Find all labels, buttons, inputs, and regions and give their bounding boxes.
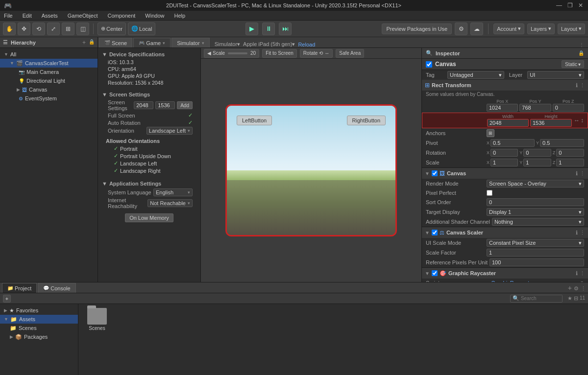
autorotation-checkbox[interactable]: ✓ [188,119,193,126]
restore-button[interactable]: ❐ [566,2,573,9]
tab-scene[interactable]: 🎬 Scene [99,38,132,47]
resize-h-icon[interactable]: ↔ [574,117,580,124]
menu-edit[interactable]: Edit [21,13,34,19]
safe-area-button[interactable]: Safe Area [336,49,364,58]
favorite-icon[interactable]: ★ [567,295,572,302]
sidebar-item-assets[interactable]: ▼ 📁 Assets [0,315,78,324]
tool-move[interactable]: ✥ [18,23,30,35]
shader-channel-dropdown[interactable]: Nothing ▾ [492,218,584,226]
pivot-toggle[interactable]: ⊕ Center [98,23,126,35]
play-button[interactable]: ▶ [245,23,258,35]
hier-item-maincamera[interactable]: 📷 Main Camera [0,68,98,76]
target-display-dropdown[interactable]: Display 1 ▾ [487,208,584,216]
tab-console[interactable]: 💬 Console [38,283,75,293]
tab-simulator[interactable]: Simulator ▾ [172,38,209,47]
ui-scale-dropdown[interactable]: Constant Pixel Size ▾ [487,239,584,247]
bottom-overflow-icon[interactable]: ⋮ [581,285,586,292]
canvas-comp-active[interactable] [432,170,438,176]
syslang-dropdown[interactable]: English ▾ [153,188,193,196]
layer-select[interactable]: UI ▾ [527,71,584,79]
anchor-icon[interactable]: ⊞ [487,129,494,137]
pivot-x-input[interactable] [490,139,535,147]
search-input[interactable] [521,296,560,301]
collab-icon[interactable]: ☁ [470,23,483,35]
close-button[interactable]: ✕ [577,2,584,9]
screen-settings-header[interactable]: ▼ Screen Settings [102,90,196,99]
info-icon[interactable]: ℹ [576,82,578,89]
menu-help[interactable]: Help [172,13,187,19]
tab-overflow-menu[interactable]: ⋮ [579,42,587,47]
orientation-dropdown[interactable]: Landscape Left ▾ [147,127,193,135]
tag-select[interactable]: Untagged ▾ [447,71,504,79]
sidebar-item-favorites[interactable]: ▶ ★ Favorites [0,306,78,315]
pixel-perfect-checkbox[interactable] [487,190,492,196]
rot-y-input[interactable] [523,149,551,157]
hier-item-canvas[interactable]: ▶ 🖼 Canvas [0,85,98,94]
right-button[interactable]: RightButton [347,116,386,125]
landscape-right-check[interactable]: ✓ [114,167,118,174]
scale-factor-input[interactable] [487,249,584,257]
sidebar-item-packages[interactable]: ▶ 📦 Packages [0,332,78,341]
inspector-lock-icon[interactable]: 🔒 [578,50,584,56]
hier-item-all[interactable]: ▼ All [0,50,98,59]
pause-button[interactable]: ⏸ [262,23,275,35]
tab-game[interactable]: 🎮 Game ▾ [133,38,171,47]
rect-transform-header[interactable]: ⊞ Rect Transform ℹ ⋮ [422,80,588,91]
render-mode-dropdown[interactable]: Screen Space - Overlay ▾ [487,180,584,188]
account-dropdown[interactable]: Account ▾ [493,23,524,34]
hier-item-eventsystem[interactable]: ⚙ EventSystem [0,94,98,103]
resolution-w-input[interactable]: 2048 [134,101,153,109]
canvas-scaler-header[interactable]: ▼ ⚖ Canvas Scaler ℹ ⋮ [422,227,588,238]
scale-z-input[interactable] [556,159,584,166]
device-specs-header[interactable]: ▼ Device Specifications [102,50,196,59]
left-button[interactable]: LeftButton [237,116,272,125]
scale-slider[interactable] [228,52,247,54]
tool-rect[interactable]: ⊞ [62,23,74,35]
hierarchy-lock-icon[interactable]: 🔒 [89,39,95,46]
low-memory-button[interactable]: On Low Memory [125,213,173,222]
hier-item-canvasscalertest[interactable]: ▼ 🎬 CanvasScalerTest [0,59,98,68]
pos-z-input[interactable] [553,104,584,112]
app-settings-header[interactable]: ▼ Application Settings [102,179,196,188]
tab-project[interactable]: 📁 Project [2,283,37,293]
graphic-raycaster-active[interactable] [432,270,438,276]
new-folder-button[interactable]: + [3,295,11,303]
bottom-add-btn[interactable]: + [568,284,572,292]
minimize-button[interactable]: — [556,2,563,9]
bottom-settings-icon[interactable]: ⚙ [574,285,579,292]
rot-z-input[interactable] [556,149,584,157]
portrait-check[interactable]: ✓ [114,145,118,152]
preview-packages-button[interactable]: Preview Packages in Use [382,23,452,34]
cloud-icon[interactable]: ⚙ [455,23,467,35]
info-icon[interactable]: ℹ [576,170,578,177]
static-button[interactable]: Static ▾ [562,60,584,68]
tool-scale[interactable]: ⤢ [47,23,60,35]
pos-x-input[interactable] [487,104,518,112]
hierarchy-add-button[interactable]: + [82,39,86,46]
landscape-left-check[interactable]: ✓ [114,160,118,166]
info-icon[interactable]: ℹ [576,270,578,277]
scale-y-input[interactable] [523,159,551,166]
sidebar-item-scenes[interactable]: 📁 Scenes [0,324,78,332]
rotate-button[interactable]: Rotate ⟲ ↔ [300,49,333,58]
menu-component[interactable]: Component [105,13,137,19]
pos-y-input[interactable] [519,104,551,112]
menu-gameobject[interactable]: GameObject [66,13,100,19]
hier-item-dirlight[interactable]: 💡 Directional Light [0,76,98,85]
settings-icon[interactable]: ⋮ [580,82,585,89]
sort-order-input[interactable] [487,198,584,206]
settings-icon[interactable]: ⋮ [580,230,585,236]
layout-dropdown[interactable]: Layout ▾ [558,23,585,34]
internet-dropdown[interactable]: Not Reachable ▾ [147,199,193,207]
menu-assets[interactable]: Assets [40,13,60,19]
tool-rotate[interactable]: ⟲ [32,23,45,35]
canvas-active-checkbox[interactable] [426,61,432,68]
ref-pixels-input[interactable] [490,258,584,266]
add-resolution-button[interactable]: Add [177,101,193,109]
resolution-h-input[interactable]: 1536 [155,101,175,109]
fullscreen-checkbox[interactable]: ✓ [188,112,193,118]
space-toggle[interactable]: 🌐 Local [128,23,155,35]
canvas-comp-header[interactable]: ▼ 🖼 Canvas ℹ ⋮ [422,168,588,179]
reload-btn[interactable]: Reload [298,42,315,47]
scale-control[interactable]: ◀ Scale 20 [204,49,259,58]
